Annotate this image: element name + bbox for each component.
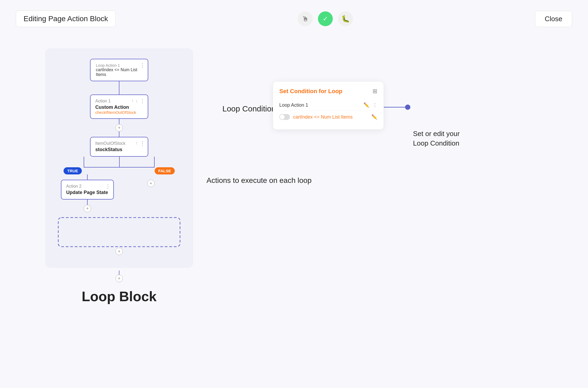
loop-node-label: Loop Action 1 xyxy=(96,63,142,67)
condition-expression: cartIndex <= Num List Items xyxy=(293,114,353,120)
svg-point-3 xyxy=(405,105,410,110)
action1-down-icon[interactable]: ↓ xyxy=(136,98,138,103)
pointer-icon-btn[interactable]: 🖱 xyxy=(298,11,313,26)
flow-diagram: Loop Action 1 cartIndex <= Num List Item… xyxy=(45,48,193,304)
pointer-icon: 🖱 xyxy=(302,15,309,23)
condition-menu-icon[interactable]: ⋮ xyxy=(372,102,377,108)
true-branch: Action 2 Update Page State ⋮ + xyxy=(56,174,119,212)
branch-up-icon[interactable]: ↑ xyxy=(136,141,138,146)
loop-node-condition: cartIndex <= Num List Items xyxy=(96,67,142,77)
add-merge-btn[interactable]: + xyxy=(115,248,123,255)
loop-node-menu[interactable]: ⋮ xyxy=(140,62,145,68)
branch-columns: Action 2 Update Page State ⋮ + + xyxy=(56,174,183,212)
branch-menu[interactable]: ⋮ xyxy=(140,140,145,146)
close-button[interactable]: Close xyxy=(535,11,572,27)
condition-row-icons: ✏️ ⋮ xyxy=(363,102,377,108)
check-icon-btn[interactable]: ✓ xyxy=(318,11,333,26)
action1-up-icon[interactable]: ↑ xyxy=(131,98,133,103)
action2-label: Action 2 xyxy=(66,184,109,189)
connector-2 xyxy=(119,119,119,124)
action1-title: Custom Action xyxy=(95,105,143,110)
false-badge: FALSE xyxy=(155,167,175,174)
add-true-btn[interactable]: + xyxy=(84,205,91,212)
condition-toggle[interactable] xyxy=(279,114,290,120)
true-conn2 xyxy=(87,200,88,205)
true-badge: TRUE xyxy=(64,167,82,174)
true-conn1 xyxy=(87,174,88,180)
action1-menu[interactable]: ⋮ xyxy=(140,98,145,104)
condition-panel-header: Set Condition for Loop ⊞ xyxy=(279,88,377,95)
check-icon: ✓ xyxy=(323,15,328,22)
add-between-btn[interactable]: + xyxy=(115,124,123,132)
bug-icon: 🐛 xyxy=(341,15,350,23)
condition-item-row: cartIndex <= Num List Items ✏️ xyxy=(279,111,377,123)
svg-rect-4 xyxy=(58,218,180,247)
condition-panel: Set Condition for Loop ⊞ Loop Action 1 ✏… xyxy=(273,81,384,130)
bug-icon-btn[interactable]: 🐛 xyxy=(338,11,353,26)
flow-container: Loop Action 1 cartIndex <= Num List Item… xyxy=(45,48,193,268)
action2-title: Update Page State xyxy=(66,190,109,195)
condition-edit-icon[interactable]: ✏️ xyxy=(363,102,369,108)
add-false-btn[interactable]: + xyxy=(147,180,155,187)
connector-3 xyxy=(119,132,119,137)
merge-area: + xyxy=(56,215,183,257)
loop-node: Loop Action 1 cartIndex <= Num List Item… xyxy=(90,59,148,81)
condition-row-label: Loop Action 1 xyxy=(279,102,308,108)
loop-condition-callout: Loop Condition xyxy=(222,104,276,113)
loop-block-label: Loop Block xyxy=(45,288,193,304)
bottom-conn xyxy=(119,270,119,275)
add-below-btn[interactable]: + xyxy=(115,275,123,282)
header: Editing Page Action Block 🖱 ✓ 🐛 Close xyxy=(0,0,588,32)
condition-row-1: Loop Action 1 ✏️ ⋮ xyxy=(279,100,377,111)
branch-sub: stockStatus xyxy=(95,147,143,152)
condition-panel-add-icon[interactable]: ⊞ xyxy=(372,88,377,95)
action1-sub: checkIfItemOutOfStock xyxy=(95,110,143,115)
branch-node: ItemOutOfStock stockStatus ↑ ⋮ xyxy=(90,137,148,157)
condition-inline-edit[interactable]: ✏️ xyxy=(371,114,377,120)
action2-menu[interactable]: ⋮ xyxy=(105,183,111,189)
condition-panel-title: Set Condition for Loop xyxy=(279,88,342,95)
header-icons: 🖱 ✓ 🐛 xyxy=(298,11,353,26)
false-branch: + xyxy=(119,174,183,212)
action1-node: Action 1 Custom Action checkIfItemOutOfS… xyxy=(90,94,148,119)
connector-1 xyxy=(119,81,119,94)
actions-callout: Actions to execute on each loop xyxy=(207,175,312,186)
set-or-edit-callout: Set or edit your Loop Condition xyxy=(413,129,460,148)
branch-connector xyxy=(56,157,183,167)
action2-node: Action 2 Update Page State ⋮ xyxy=(61,180,114,200)
editing-badge: Editing Page Action Block xyxy=(16,11,116,27)
branch-badges: TRUE FALSE xyxy=(56,167,183,174)
